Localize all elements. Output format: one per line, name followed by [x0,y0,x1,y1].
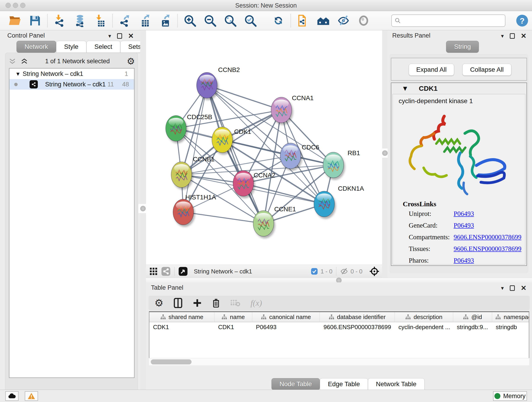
toolbar-search[interactable] [391,14,505,27]
expand-all-icon[interactable] [20,58,28,65]
crosslink-link[interactable]: P06493 [454,210,474,217]
warning-status-button[interactable] [25,391,38,401]
table-row[interactable]: CDK1CDK1P064939606.ENSP00000378699cyclin… [149,322,529,332]
memory-button[interactable]: Memory [493,391,527,401]
node-table[interactable]: shared namenamecanonical namedatabase id… [149,311,529,365]
help-button[interactable]: ? [515,13,529,28]
table-panel-close-button[interactable]: ✕ [521,285,526,292]
save-session-button[interactable] [28,13,42,28]
control-panel-menu-button[interactable]: ▾ [108,33,111,39]
table-panel-float-button[interactable] [510,285,515,291]
collapse-all-icon[interactable] [8,58,16,65]
crosslink-link[interactable]: 9606.ENSP00000378699 [454,245,521,252]
cloud-status-button[interactable] [5,391,19,401]
table-cell[interactable]: 9606.ENSP00000378699 [320,322,395,332]
export-image-button[interactable] [158,13,172,28]
column-header-canonical-name[interactable]: canonical name [252,312,320,322]
zoom-in-button[interactable] [183,13,197,28]
table-cell[interactable]: CDK1 [215,322,252,332]
control-panel-close-button[interactable]: ✕ [128,32,134,39]
node-HIST1H1A[interactable]: HIST1H1A [173,194,216,227]
results-panel-close-button[interactable]: ✕ [521,32,526,39]
crosslink-label: Uniprot: [409,210,454,217]
delete-column-icon[interactable] [212,298,220,308]
column-header-description[interactable]: description [395,312,453,322]
table-cell[interactable]: cyclin-dependent ... [395,322,453,332]
import-network-from-database-button[interactable] [73,13,87,28]
import-table-button[interactable] [93,13,107,28]
column-header-database-identifier[interactable]: database identifier [320,312,395,322]
tab-node-table[interactable]: Node Table [272,378,320,390]
results-panel-float-button[interactable] [510,33,515,39]
scrollbar-thumb[interactable] [151,359,191,364]
export-table-button[interactable] [138,13,152,28]
column-header-@id[interactable]: @id [453,312,492,322]
refresh-view-button[interactable] [271,13,285,28]
zoom-in-icon [184,14,196,27]
node-CCNA2[interactable]: CCNA2 [233,171,275,198]
zoom-fit-button[interactable] [223,13,237,28]
expand-all-button[interactable]: Expand All [409,64,454,76]
zoom-out-button[interactable] [203,13,217,28]
table-cell[interactable]: CDK1 [149,322,215,332]
search-input[interactable] [403,17,502,24]
control-panel-float-button[interactable] [117,33,122,39]
table-cell[interactable]: stringdb [492,322,529,332]
tab-network-table[interactable]: Network Table [368,378,424,390]
crosslink-link[interactable]: P06493 [454,257,474,264]
node-CCNA1[interactable]: CCNA1 [271,95,314,125]
create-column-icon[interactable] [193,298,202,307]
birdseye-home-button[interactable] [316,13,330,28]
export-network-button[interactable] [118,13,132,28]
tab-network[interactable]: Network [17,41,56,53]
node-RB1[interactable]: RB1 [323,149,360,180]
tab-edge-table[interactable]: Edge Table [320,378,368,390]
network-share-button[interactable] [161,267,171,276]
network-row[interactable]: String Network – cdk1 11 48 [9,79,134,89]
zoom-selected-button[interactable] [243,13,258,28]
network-view[interactable]: CCNB2CCNA1CDC25BCDK1CDC6RB1CCNB1CCNA2CDK… [146,30,382,265]
table-options-gear-icon[interactable]: ⚙ [154,298,163,308]
tab-select[interactable]: Select [86,41,120,53]
column-header-namespace[interactable]: namespace [492,312,529,322]
cdk1-collapse-caret[interactable]: ▼ [391,85,419,92]
show-all-button[interactable] [356,13,371,28]
collapse-all-button[interactable]: Collapse All [462,64,511,76]
open-session-button[interactable] [8,13,22,28]
table-panel-splitter[interactable] [146,278,532,282]
results-panel-splitter[interactable] [382,30,388,278]
birdseye-view-button[interactable] [178,267,188,276]
crosslink-link[interactable]: P06493 [454,222,474,229]
node-CDKN1A[interactable]: CDKN1A [314,185,364,219]
table-horizontal-scrollbar[interactable] [149,358,529,365]
navigator-crosshair-button[interactable] [369,266,380,276]
crosslink-link[interactable]: 9606.ENSP00000378699 [454,233,521,241]
table-cell[interactable]: P06493 [252,322,320,332]
hide-selected-button[interactable] [336,13,351,28]
left-panel-splitter[interactable] [140,30,146,390]
crosslinks-title: CrossLinks [393,200,525,208]
results-panel-menu-button[interactable]: ▾ [501,33,504,39]
share-file-button[interactable] [296,13,310,28]
column-header-shared-name[interactable]: shared name [149,312,215,322]
tab-string[interactable]: String [446,41,479,53]
import-network-button[interactable] [53,13,67,28]
edge-HIST1H1A-CCNE1[interactable] [183,212,264,223]
table-panel-menu-button[interactable]: ▾ [501,285,504,291]
function-builder-icon[interactable]: f(x) [250,298,262,308]
column-header-label: name [230,313,245,321]
network-options-gear-icon[interactable]: ⚙ [127,57,135,66]
column-header-name[interactable]: name [215,312,252,322]
show-columns-icon[interactable] [173,298,183,308]
collection-expand-caret[interactable]: ▾ [9,70,19,77]
crosslinks-section: CrossLinks Uniprot:P06493GeneCard:P06493… [393,200,525,266]
delete-table-icon[interactable] [230,299,240,307]
grid-view-button[interactable] [149,267,158,276]
network-collection-row[interactable]: ▾ String Network – cdk1 1 [9,69,134,79]
table-cell[interactable]: stringdb:9... [453,322,492,332]
node-CCNE1[interactable]: CCNE1 [253,206,296,238]
edge-CCNB2-CCNE1[interactable] [207,85,264,223]
tab-style[interactable]: Style [56,41,86,53]
network-selection-status: 1 of 1 Network selected [28,58,127,65]
hidden-counts: 0 - 0 [351,268,362,275]
